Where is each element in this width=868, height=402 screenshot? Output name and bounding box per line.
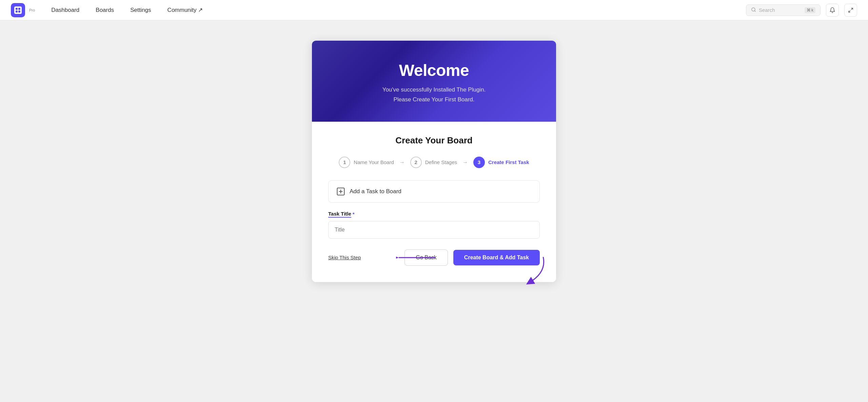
nav-dashboard[interactable]: Dashboard xyxy=(44,4,86,16)
step-3-number: 3 xyxy=(473,157,485,168)
navbar: Pro Dashboard Boards Settings Community … xyxy=(0,0,868,20)
steps-indicator: 1 Name Your Board → 2 Define Stages → 3 … xyxy=(328,157,540,168)
nav-settings[interactable]: Settings xyxy=(123,4,158,16)
step-arrow-2: → xyxy=(462,159,468,165)
form-section: Create Your Board 1 Name Your Board → 2 … xyxy=(312,122,556,282)
welcome-title: Welcome xyxy=(326,61,542,80)
step-2-label: Define Stages xyxy=(425,159,457,165)
onboarding-card: Welcome You've successfully Installed Th… xyxy=(312,41,556,282)
nav-community[interactable]: Community ↗ xyxy=(161,4,210,16)
step-1-label: Name Your Board xyxy=(354,159,394,165)
expand-button[interactable] xyxy=(844,4,857,17)
step-2: 2 Define Stages xyxy=(410,157,457,168)
create-arrow-annotation xyxy=(523,255,550,286)
task-title-input[interactable] xyxy=(328,221,540,239)
step-3: 3 Create First Task xyxy=(473,157,529,168)
add-task-header: Add a Task to Board xyxy=(328,180,540,203)
search-icon xyxy=(751,7,756,13)
step-2-number: 2 xyxy=(410,157,422,168)
skip-arrow-annotation xyxy=(396,253,437,263)
search-placeholder: Search xyxy=(759,7,802,13)
step-3-label: Create First Task xyxy=(488,159,529,165)
add-task-icon xyxy=(336,187,346,196)
welcome-banner: Welcome You've successfully Installed Th… xyxy=(312,41,556,122)
form-actions: Skip This Step Go Back Create Board & Ad… xyxy=(328,249,540,266)
step-1: 1 Name Your Board xyxy=(339,157,394,168)
pro-badge: Pro xyxy=(29,8,35,12)
search-box[interactable]: Search ⌘k xyxy=(746,4,821,16)
svg-line-2 xyxy=(851,8,853,10)
nav-boards[interactable]: Boards xyxy=(89,4,121,16)
step-arrow-1: → xyxy=(399,159,405,165)
notifications-button[interactable] xyxy=(826,4,839,17)
form-title: Create Your Board xyxy=(328,135,540,146)
skip-step-link[interactable]: Skip This Step xyxy=(328,255,361,260)
nav-items: Dashboard Boards Settings Community ↗ xyxy=(44,4,746,16)
svg-line-3 xyxy=(849,11,850,12)
step-1-number: 1 xyxy=(339,157,350,168)
nav-right: Search ⌘k xyxy=(746,4,857,17)
required-star: * xyxy=(353,211,355,217)
welcome-subtitle: You've successfully Installed The Plugin… xyxy=(326,85,542,105)
add-task-label: Add a Task to Board xyxy=(350,188,401,195)
task-title-label: Task Title * xyxy=(328,211,540,218)
app-logo[interactable] xyxy=(11,3,25,17)
svg-line-1 xyxy=(754,11,755,12)
main-content: Welcome You've successfully Installed Th… xyxy=(0,20,868,402)
search-shortcut: ⌘k xyxy=(805,7,815,13)
